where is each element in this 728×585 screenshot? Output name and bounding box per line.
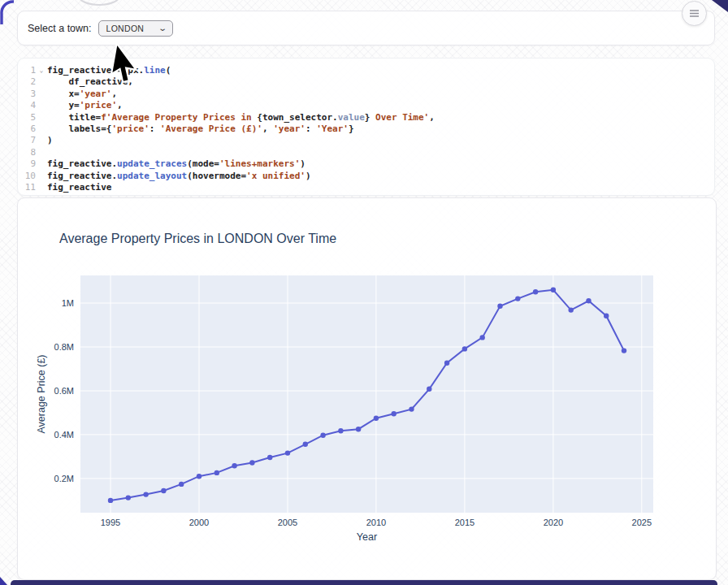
fold-gutter [36, 182, 47, 193]
line-number: 4 [18, 100, 36, 111]
y-tick-labels: 0.2M0.4M0.6M0.8M1M [54, 298, 74, 483]
line-number: 7 [18, 135, 36, 146]
x-tick-labels: 1995200020052010201520202025 [101, 518, 652, 527]
line-number: 5 [18, 112, 36, 124]
code-text: fig_reactive = px.line( [47, 65, 714, 76]
fold-gutter [36, 76, 47, 88]
code-line: 9fig_reactive.update_traces(mode='lines+… [18, 158, 714, 170]
fold-gutter [36, 112, 47, 124]
cutoff-bottom-logo [0, 577, 7, 585]
notebook-page: { "select_cell": { "label": "Select a to… [0, 0, 728, 585]
code-text: labels={'price': 'Average Price (£)', 'y… [47, 124, 714, 135]
fold-gutter [36, 124, 47, 135]
chart-title: Average Property Prices in LONDON Over T… [59, 232, 336, 245]
svg-text:1M: 1M [62, 298, 74, 308]
svg-text:2000: 2000 [189, 518, 209, 527]
svg-text:2010: 2010 [366, 518, 386, 527]
fold-gutter [36, 171, 47, 182]
code-text: title=f'Average Property Prices in {town… [47, 112, 714, 124]
select-town-label: Select a town: [28, 23, 92, 34]
code-line: 3 x='year', [18, 89, 714, 100]
code-line: 10fig_reactive.update_layout(hovermode='… [18, 171, 714, 182]
fold-gutter [36, 147, 47, 158]
line-number: 10 [18, 171, 36, 182]
fold-gutter [36, 158, 47, 170]
line-number: 2 [18, 76, 36, 88]
chart-output-cell: 0.2M0.4M0.6M0.8M1M1995200020052010201520… [17, 197, 717, 580]
fold-gutter [36, 100, 47, 111]
svg-text:2005: 2005 [278, 518, 297, 527]
code-text [47, 147, 714, 158]
price-chart[interactable]: 0.2M0.4M0.6M0.8M1M1995200020052010201520… [18, 198, 716, 579]
menu-button[interactable] [682, 1, 707, 26]
town-select-value: LONDON [106, 24, 145, 33]
cutoff-bottom-panel [11, 580, 717, 585]
plot-area[interactable] [80, 275, 653, 513]
code-line: 8 [18, 147, 714, 158]
svg-text:0.2M: 0.2M [54, 474, 74, 483]
line-number: 11 [18, 182, 36, 193]
y-axis-title: Average Price (£) [36, 354, 47, 433]
code-line: 11fig_reactive [18, 182, 714, 193]
code-text: fig_reactive.update_traces(mode='lines+m… [47, 158, 714, 170]
svg-text:0.8M: 0.8M [54, 342, 74, 352]
code-text: ) [47, 135, 714, 146]
fold-gutter [36, 89, 47, 100]
svg-text:0.4M: 0.4M [54, 430, 74, 440]
svg-text:1995: 1995 [101, 518, 120, 527]
code-text: x='year', [47, 89, 714, 100]
line-number: 9 [18, 158, 36, 170]
cutoff-gray-shape [75, 0, 124, 8]
svg-text:2015: 2015 [455, 518, 474, 527]
hamburger-icon [689, 9, 700, 18]
code-text: fig_reactive.update_layout(hovermode='x … [47, 171, 714, 182]
select-town-cell: Select a town: LONDON ⌄ [17, 11, 715, 46]
svg-text:0.6M: 0.6M [54, 386, 74, 396]
cutoff-corner-panel [712, 0, 728, 12]
fold-gutter [36, 135, 47, 146]
code-line: 7) [18, 135, 714, 146]
line-number: 3 [18, 89, 36, 100]
line-number: 8 [18, 147, 36, 158]
code-line: 4 y='price', [18, 100, 714, 111]
line-number: 1 [18, 65, 36, 76]
chevron-down-icon: ⌄ [158, 24, 167, 32]
code-text: fig_reactive [47, 182, 714, 193]
fold-chevron-icon[interactable]: ⌄ [36, 65, 47, 76]
code-text: y='price', [47, 100, 714, 111]
code-line: 6 labels={'price': 'Average Price (£)', … [18, 124, 714, 135]
svg-text:2025: 2025 [632, 518, 652, 527]
code-text: df_reactive, [47, 76, 714, 88]
town-select-dropdown[interactable]: LONDON ⌄ [98, 20, 173, 37]
x-axis-title: Year [357, 531, 377, 543]
svg-text:2020: 2020 [544, 518, 563, 527]
code-line: 5 title=f'Average Property Prices in {to… [18, 112, 714, 124]
line-number: 6 [18, 124, 36, 135]
